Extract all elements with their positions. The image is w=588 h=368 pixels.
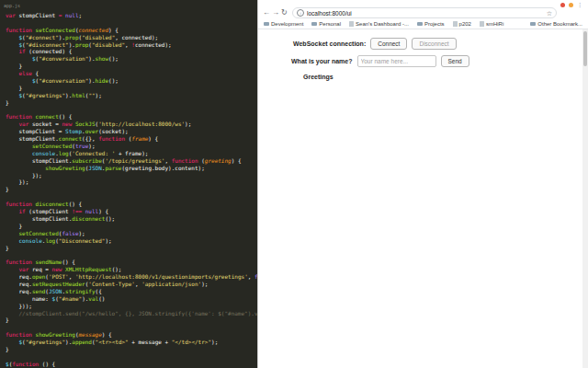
- code-line: }: [6, 186, 257, 193]
- code-line: $("#disconnect").prop("disabled", !conne…: [6, 41, 257, 49]
- bookmark-page-icon: [453, 21, 458, 27]
- code-line: req.setRequestHeader('Content-Type', 'ap…: [6, 281, 257, 288]
- code-line: var req = new XMLHttpRequest();: [6, 266, 257, 273]
- code-line: }: [6, 85, 257, 92]
- bookmark-label: Development: [271, 21, 303, 27]
- code-line: $("#greetings").html("");: [6, 92, 257, 99]
- code-editor: app.js var stompClient = null;function s…: [0, 0, 257, 368]
- code-line: [6, 193, 257, 201]
- code-line: [6, 107, 257, 114]
- code-line: setConnected(true);: [6, 143, 257, 150]
- scrollbar-thumb[interactable]: [583, 31, 587, 66]
- extension-icon-1[interactable]: [560, 3, 565, 7]
- bookmarks-bar: DevelopmentPersonalSean's Dashboard -...…: [258, 19, 588, 29]
- code-line: }: [6, 63, 257, 70]
- name-question-label: What is your name?: [291, 58, 353, 64]
- bookmark-item[interactable]: smHiRi: [480, 21, 503, 27]
- forward-icon[interactable]: →: [272, 7, 279, 18]
- code-line: $("#conversation").show();: [6, 55, 257, 63]
- screenshot: app.js var stompClient = null;function s…: [0, 0, 588, 368]
- code-line: [6, 324, 257, 331]
- code-line: [6, 251, 257, 259]
- code-line: stompClient.disconnect();: [6, 215, 257, 223]
- greetings-row: Greetings: [303, 74, 334, 80]
- code-line: $("#greetings").append("<tr><td>" + mess…: [6, 339, 257, 346]
- browser-toolbar: ← → ↻ i localhost:8000/ui ☆ ⋮: [258, 0, 588, 19]
- bookmark-item[interactable]: p202: [453, 21, 471, 27]
- code-line: stompClient.subscribe('/topic/greetings'…: [6, 157, 257, 165]
- bookmark-label: p202: [459, 21, 471, 27]
- bookmark-folder-icon: [530, 22, 536, 26]
- bookmark-label: Personal: [319, 21, 341, 27]
- bookmark-star-icon[interactable]: ☆: [547, 10, 552, 17]
- code-line: stompClient.connect({}, function (frame)…: [6, 135, 257, 143]
- bookmarks-list: DevelopmentPersonalSean's Dashboard -...…: [264, 21, 503, 27]
- code-line: console.log('Connected: ' + frame);: [6, 150, 257, 157]
- code-line: setConnected(false);: [6, 230, 257, 237]
- code-line: function sendName() {: [6, 259, 257, 266]
- bookmark-item[interactable]: Sean's Dashboard -...: [349, 21, 409, 27]
- other-bookmarks[interactable]: Other Bookmark...: [530, 21, 582, 27]
- editor-tab-label[interactable]: app.js: [0, 0, 257, 10]
- code-line: }: [6, 245, 257, 252]
- code-line: }: [6, 316, 257, 324]
- code-line: $(function () {: [6, 361, 257, 368]
- browser-window: ← → ↻ i localhost:8000/ui ☆ ⋮ Developmen…: [257, 0, 588, 368]
- code-line: }: [6, 99, 257, 107]
- code-line: }: [6, 223, 257, 230]
- bookmark-item[interactable]: Projects: [417, 21, 445, 27]
- send-button[interactable]: Send: [441, 55, 469, 67]
- reload-icon[interactable]: ↻: [281, 7, 288, 18]
- extension-icon-2[interactable]: [569, 3, 573, 7]
- url-text: localhost:8000/ui: [307, 10, 352, 17]
- toolbar-extensions: ⋮: [560, 2, 582, 7]
- bookmark-folder-icon: [417, 22, 423, 26]
- code-line: req.send(JSON.stringify({: [6, 288, 257, 295]
- code-line: console.log("Disconnected");: [6, 237, 257, 245]
- code-line: //stompClient.send("/ws/hello", {}, JSON…: [6, 310, 257, 317]
- code-line: name: $("#name").val(): [6, 295, 257, 303]
- bookmark-label: Projects: [424, 21, 445, 27]
- code-line: $("#connect").prop("disabled", connected…: [6, 34, 257, 41]
- code-line: function disconnect() {: [6, 201, 257, 208]
- bookmark-page-icon: [480, 21, 484, 27]
- bookmark-label: Sean's Dashboard -...: [356, 21, 409, 27]
- disconnect-button[interactable]: Disconnect: [412, 38, 456, 50]
- code-line: });: [6, 178, 257, 186]
- name-row: What is your name? Send: [291, 55, 469, 67]
- menu-icon[interactable]: ⋮: [577, 2, 582, 7]
- code-line: req.open('POST', 'http://localhost:8000/…: [6, 273, 257, 281]
- other-bookmarks-label: Other Bookmark...: [537, 21, 582, 27]
- code-line: var socket = new SockJS('http://localhos…: [6, 121, 257, 128]
- connection-label: WebSocket connection:: [293, 40, 366, 47]
- bookmark-item[interactable]: Development: [264, 21, 303, 27]
- code-line: [6, 353, 257, 361]
- address-bar[interactable]: i localhost:8000/ui ☆: [292, 7, 557, 18]
- code-line: function showGreeting(message) {: [6, 331, 257, 339]
- connect-button[interactable]: Connect: [370, 38, 407, 50]
- code-line: if (stompClient !== null) {: [6, 208, 257, 215]
- code-line: $("#conversation").hide();: [6, 77, 257, 85]
- bookmark-item[interactable]: Personal: [311, 21, 341, 27]
- name-input[interactable]: [357, 55, 436, 67]
- code-line: function connect() {: [6, 113, 257, 121]
- info-icon[interactable]: i: [297, 9, 304, 17]
- bookmark-label: smHiRi: [486, 21, 503, 27]
- code-line: stompClient = Stomp.over(socket);: [6, 128, 257, 135]
- code-line: if (connected) {: [6, 48, 257, 55]
- code-line: [6, 19, 257, 27]
- bookmark-folder-icon: [311, 22, 317, 26]
- bookmark-page-icon: [349, 21, 354, 27]
- code-line: });: [6, 172, 257, 179]
- page-content: WebSocket connection: Connect Disconnect…: [258, 29, 582, 368]
- back-icon[interactable]: ←: [263, 7, 270, 18]
- scrollbar[interactable]: [582, 29, 588, 368]
- greetings-heading: Greetings: [303, 74, 334, 80]
- code-lines: var stompClient = null;function setConne…: [0, 10, 257, 368]
- code-line: var stompClient = null;: [6, 12, 257, 19]
- code-line: else {: [6, 70, 257, 77]
- connection-row: WebSocket connection: Connect Disconnect: [293, 38, 457, 50]
- code-line: function setConnected(connected) {: [6, 27, 257, 34]
- bookmark-folder-icon: [264, 22, 269, 26]
- code-line: }));: [6, 303, 257, 310]
